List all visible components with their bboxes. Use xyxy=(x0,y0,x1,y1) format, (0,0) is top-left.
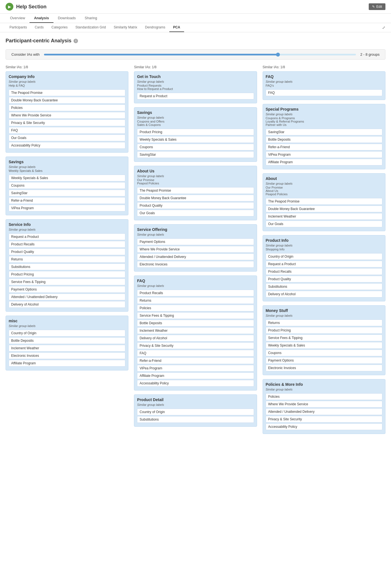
card-item: Product Quality xyxy=(266,276,382,282)
card-get-in-touch: Get in Touch Similar group labels Produc… xyxy=(134,71,257,103)
subtab-pca[interactable]: PCA xyxy=(169,23,184,32)
card-item: Double Money Back Guarantee xyxy=(266,206,382,212)
slider-thumb[interactable] xyxy=(276,53,280,57)
card-savings-2: Savings Similar group labels Coupons and… xyxy=(134,107,257,162)
card-item: Electronic Invoices xyxy=(137,261,254,268)
card-item: Product Recalls xyxy=(137,290,254,296)
card-item: Substitutions xyxy=(137,416,254,423)
column-3: Similar IAs: 1/8 FAQ Similar group label… xyxy=(263,65,385,438)
header: ▶ Help Section ✎ Edit xyxy=(0,0,391,14)
card-item: Double Money Back Guarantee xyxy=(9,97,125,104)
card-money-stuff: Money Stuff Similar group labels Returns… xyxy=(263,305,385,375)
similar-ia-label-2: Similar IAs: 1/8 xyxy=(134,65,257,69)
card-faq-2: FAQ Similar group labels Product Recalls… xyxy=(134,275,257,391)
card-item: Attended / Unattended Delivery xyxy=(9,294,125,300)
card-item: Returns xyxy=(9,256,125,263)
subtab-similarity-matrix[interactable]: Similarity Matrix xyxy=(110,23,141,32)
card-item: Product Quality xyxy=(137,202,254,209)
card-item: FAQ xyxy=(266,89,382,96)
page-content: Participant-centric Analysis i Consider … xyxy=(0,32,391,443)
card-item: Bottle Deposits xyxy=(9,337,125,344)
group-labels: Shopping Info xyxy=(266,248,382,251)
group-label-title: Similar group labels xyxy=(266,80,382,83)
group-label-title: Similar group labels xyxy=(266,113,382,116)
card-item: Country of Origin xyxy=(9,330,125,336)
card-item: Substitutions xyxy=(9,263,125,270)
card-item: Product Pricing xyxy=(137,129,254,135)
slider-label: Consider IAs with xyxy=(11,52,40,57)
group-label-title: Similar group labels xyxy=(137,233,254,236)
columns-container: Similar IAs: 1/8 Company Info Similar gr… xyxy=(6,65,385,438)
card-item: ViPea Program xyxy=(266,151,382,158)
sub-tabs: Participants Cards Categories Standardiz… xyxy=(0,23,391,32)
card-item: Inclement Weather xyxy=(9,345,125,352)
card-title: Product Detail xyxy=(137,397,254,402)
card-product-detail: Product Detail Similar group labels Coun… xyxy=(134,394,257,427)
group-label-title: Similar group labels xyxy=(9,165,125,169)
card-about-3: About Similar group labels Our PromiseAb… xyxy=(263,173,385,231)
card-item: Product Pricing xyxy=(266,327,382,334)
card-item: Coupons xyxy=(9,182,125,189)
group-labels: Weekly Specials & Sales xyxy=(9,169,125,172)
slider-row: Consider IAs with 2 - 8 groups xyxy=(6,49,385,60)
card-item: Policies xyxy=(137,305,254,311)
group-label-title: Similar group labels xyxy=(137,174,254,178)
tab-overview[interactable]: Overview xyxy=(6,14,30,23)
group-label-title: Similar group labels xyxy=(9,324,125,328)
subtab-participants[interactable]: Participants xyxy=(6,23,31,32)
card-service-info: Service Info Similar group labels Reques… xyxy=(6,219,128,312)
card-item: FAQ xyxy=(9,127,125,134)
card-item: Attended / Unattended Delivery xyxy=(266,408,382,415)
card-policies-more-info: Policies & More Info Similar group label… xyxy=(263,379,385,434)
card-item: Delivery of Alcohol xyxy=(137,335,254,341)
card-item: Payment Options xyxy=(137,238,254,245)
subtab-dendrograms[interactable]: Dendrograms xyxy=(141,23,169,32)
card-title: Money Stuff xyxy=(266,308,382,313)
group-labels: Help & FAQ xyxy=(9,84,125,87)
slider-value: 2 - 8 groups xyxy=(360,52,380,57)
card-item: Attended / Unattended Delivery xyxy=(137,253,254,260)
card-item: Product Pricing xyxy=(9,271,125,278)
card-item: The Peapod Promise xyxy=(9,89,125,96)
tab-analysis[interactable]: Analysis xyxy=(30,14,53,23)
subtab-categories[interactable]: Categories xyxy=(48,23,72,32)
edit-button[interactable]: ✎ Edit xyxy=(369,3,385,10)
group-label-title: Similar group labels xyxy=(266,388,382,391)
subtab-standardization-grid[interactable]: Standardization Grid xyxy=(72,23,110,32)
slider-track[interactable] xyxy=(44,54,356,55)
card-title: About xyxy=(266,176,382,181)
card-item: Inclement Weather xyxy=(266,213,382,220)
expand-icon[interactable]: ⤢ xyxy=(382,25,385,30)
card-item: Weekly Specials & Sales xyxy=(137,136,254,143)
card-item: The Peapod Promise xyxy=(137,187,254,194)
card-item: Affiliate Program xyxy=(137,372,254,379)
card-item: Electronic Invoices xyxy=(9,352,125,359)
similar-ia-label-3: Similar IAs: 1/8 xyxy=(263,65,385,69)
group-label-title: Similar group labels xyxy=(137,80,254,83)
card-title: About Us xyxy=(137,169,254,173)
card-item: Where We Provide Service xyxy=(266,401,382,408)
card-item: Request a Product xyxy=(266,261,382,267)
subtab-cards[interactable]: Cards xyxy=(31,23,48,32)
card-item: Inclement Weather xyxy=(137,327,254,334)
page-title: Participant-centric Analysis xyxy=(6,38,71,44)
group-label-title: Similar group labels xyxy=(266,244,382,247)
card-item: Our Goals xyxy=(266,221,382,227)
tab-downloads[interactable]: Downloads xyxy=(53,14,80,23)
card-item: Payment Options xyxy=(266,357,382,364)
logo-icon: ▶ xyxy=(6,3,13,11)
info-icon[interactable]: i xyxy=(74,39,78,43)
group-label-title: Similar group labels xyxy=(266,182,382,185)
card-item: Where We Provide Service xyxy=(137,246,254,253)
card-item: Policies xyxy=(9,104,125,111)
tab-sharing[interactable]: Sharing xyxy=(80,14,102,23)
card-item: Product Quality xyxy=(9,248,125,255)
card-item: Double Money Back Guarantee xyxy=(137,195,254,201)
card-item: Refer-a-Friend xyxy=(137,357,254,364)
card-item: Our Goals xyxy=(9,135,125,141)
slider-fill xyxy=(44,54,278,55)
group-label-title: Similar group labels xyxy=(9,80,125,83)
similar-ia-label-1: Similar IAs: 1/8 xyxy=(6,65,128,69)
card-item: Policies xyxy=(266,393,382,400)
card-item: Returns xyxy=(266,319,382,326)
